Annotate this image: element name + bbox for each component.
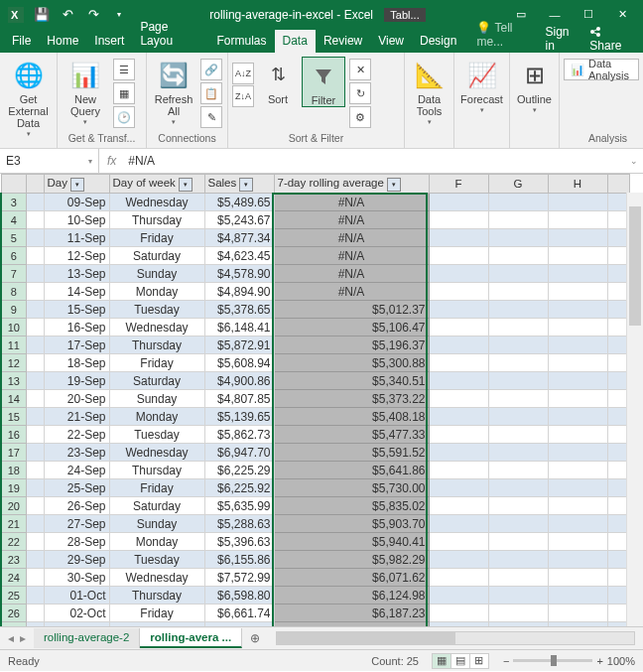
cell[interactable]	[488, 301, 548, 319]
outline-button[interactable]: ⊞Outline▾	[514, 57, 555, 114]
cell[interactable]	[488, 319, 548, 336]
tab-view[interactable]: View	[370, 30, 412, 53]
filter-dropdown-icon[interactable]: ▾	[239, 178, 253, 192]
cell[interactable]	[26, 497, 44, 515]
cell[interactable]	[26, 444, 44, 462]
col-header[interactable]: G	[488, 175, 548, 194]
cell[interactable]	[26, 229, 44, 247]
fx-icon[interactable]: fx	[99, 154, 124, 168]
cell-sales[interactable]: $4,623.45	[204, 247, 274, 265]
cell-day[interactable]: 29-Sep	[44, 551, 109, 569]
filter-dropdown-icon[interactable]: ▾	[387, 178, 401, 192]
cell-day[interactable]: 13-Sep	[44, 265, 109, 283]
cell-day[interactable]: 24-Sep	[44, 462, 109, 479]
cell[interactable]	[429, 265, 488, 283]
cell-day[interactable]: 27-Sep	[44, 515, 109, 533]
row-header[interactable]: 20	[1, 497, 26, 515]
cell[interactable]	[548, 605, 607, 622]
cell[interactable]	[488, 533, 548, 551]
cell[interactable]	[429, 497, 488, 515]
cell[interactable]	[548, 247, 607, 265]
cell-dow[interactable]: Saturday	[109, 497, 204, 515]
cell-avg[interactable]: $5,408.18	[274, 408, 429, 426]
cell-day[interactable]: 11-Sep	[44, 229, 109, 247]
cell-sales[interactable]: $4,807.85	[204, 390, 274, 408]
tell-me-search[interactable]: 💡 Tell me...	[470, 17, 545, 53]
cell-sales[interactable]: $7,572.99	[204, 569, 274, 587]
cell[interactable]	[429, 533, 488, 551]
row-header[interactable]: 22	[1, 533, 26, 551]
zoom-out-icon[interactable]: −	[503, 655, 509, 667]
cell-sales[interactable]: $5,635.99	[204, 497, 274, 515]
col-header[interactable]	[607, 175, 629, 194]
zoom-control[interactable]: − + 100%	[503, 655, 635, 667]
cell-avg[interactable]: $5,340.51	[274, 372, 429, 390]
cell[interactable]	[429, 587, 488, 605]
cell-day[interactable]: 02-Oct	[44, 605, 109, 622]
cell-avg[interactable]: $5,106.47	[274, 319, 429, 336]
cell-dow[interactable]: Sunday	[109, 515, 204, 533]
cell[interactable]	[26, 462, 44, 479]
row-header[interactable]: 15	[1, 408, 26, 426]
vertical-scrollbar[interactable]	[626, 193, 643, 626]
from-table-icon[interactable]: ▦	[113, 82, 135, 104]
zoom-value[interactable]: 100%	[607, 655, 635, 667]
cell[interactable]	[26, 408, 44, 426]
get-external-data-button[interactable]: 🌐Get External Data▾	[4, 57, 53, 138]
cell[interactable]	[429, 301, 488, 319]
cell-day[interactable]: 17-Sep	[44, 336, 109, 354]
cell[interactable]	[488, 265, 548, 283]
cell-dow[interactable]: Wednesday	[109, 444, 204, 462]
recent-sources-icon[interactable]: 🕑	[113, 106, 135, 128]
cell[interactable]	[26, 336, 44, 354]
col-header[interactable]: Sales▾	[204, 175, 274, 194]
tab-home[interactable]: Home	[39, 30, 86, 53]
cell[interactable]	[488, 569, 548, 587]
cell[interactable]	[548, 390, 607, 408]
cell[interactable]	[548, 551, 607, 569]
cell[interactable]	[548, 533, 607, 551]
select-all-corner[interactable]	[1, 175, 26, 194]
cell[interactable]	[548, 497, 607, 515]
cell[interactable]	[429, 194, 488, 211]
cell[interactable]	[26, 319, 44, 336]
cell[interactable]	[26, 301, 44, 319]
cell-dow[interactable]: Monday	[109, 408, 204, 426]
col-header[interactable]	[26, 175, 44, 194]
cell[interactable]	[429, 211, 488, 229]
row-header[interactable]: 27	[1, 622, 26, 627]
cell[interactable]	[548, 426, 607, 444]
cell-dow[interactable]: Thursday	[109, 211, 204, 229]
cell-dow[interactable]: Friday	[109, 354, 204, 372]
row-header[interactable]: 12	[1, 354, 26, 372]
cell-dow[interactable]: Monday	[109, 533, 204, 551]
share-button[interactable]: Share	[589, 25, 633, 53]
col-header[interactable]: F	[429, 175, 488, 194]
cell[interactable]	[548, 462, 607, 479]
cell[interactable]	[488, 247, 548, 265]
cell[interactable]	[429, 247, 488, 265]
sheet-tab[interactable]: rolling-avera ...	[140, 628, 242, 648]
cell-day[interactable]: 21-Sep	[44, 408, 109, 426]
cell[interactable]	[548, 444, 607, 462]
cell-sales[interactable]: $6,155.86	[204, 551, 274, 569]
cell[interactable]	[26, 211, 44, 229]
cell-avg[interactable]: $6,124.98	[274, 587, 429, 605]
cell[interactable]	[26, 533, 44, 551]
cell[interactable]	[429, 479, 488, 497]
cell-day[interactable]: 22-Sep	[44, 426, 109, 444]
cell-avg[interactable]: $6,187.23	[274, 605, 429, 622]
cell-avg[interactable]: $5,730.00	[274, 479, 429, 497]
cell-dow[interactable]: Wednesday	[109, 319, 204, 336]
cell-day[interactable]: 20-Sep	[44, 390, 109, 408]
add-sheet-button[interactable]: ⊕	[242, 628, 268, 648]
tab-data[interactable]: Data	[275, 30, 316, 53]
sheet-tab[interactable]: rolling-average-2	[34, 628, 140, 648]
cell[interactable]	[26, 247, 44, 265]
col-header[interactable]: 7-day rolling average▾	[274, 175, 429, 194]
cell-day[interactable]: 12-Sep	[44, 247, 109, 265]
expand-formula-icon[interactable]: ⌄	[625, 156, 643, 166]
cell[interactable]	[26, 569, 44, 587]
cell-sales[interactable]: $5,489.65	[204, 194, 274, 211]
row-header[interactable]: 21	[1, 515, 26, 533]
